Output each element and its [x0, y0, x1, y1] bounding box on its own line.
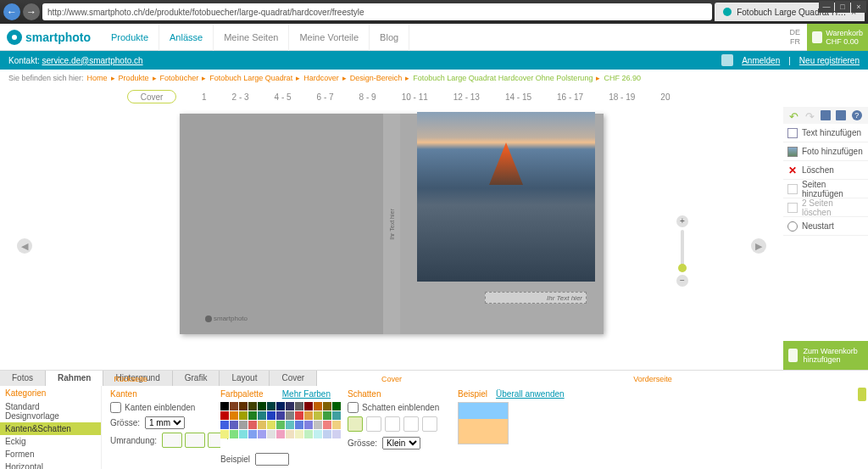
- color-swatch[interactable]: [220, 411, 229, 420]
- zoom-out-button[interactable]: −: [676, 275, 688, 287]
- restart-button[interactable]: Neustart: [783, 217, 868, 236]
- crumb-fotobuecher[interactable]: Fotobücher: [160, 74, 199, 82]
- color-swatch[interactable]: [258, 421, 266, 429]
- color-swatch[interactable]: [276, 411, 285, 420]
- color-swatch[interactable]: [295, 411, 303, 420]
- nav-meine-vorteile[interactable]: Meine Vorteile: [289, 24, 370, 51]
- color-swatch[interactable]: [230, 411, 238, 420]
- page-20[interactable]: 20: [660, 92, 670, 102]
- delete-pages-button[interactable]: 2 Seiten löschen: [783, 198, 868, 217]
- contact-email-link[interactable]: service.de@smartphoto.ch: [42, 56, 142, 65]
- crumb-produkte[interactable]: Produkte: [119, 74, 149, 82]
- cat-horizontal[interactable]: Horizontal: [0, 461, 101, 469]
- color-swatch[interactable]: [248, 421, 257, 429]
- color-swatch[interactable]: [286, 430, 294, 438]
- color-swatch[interactable]: [276, 430, 285, 438]
- page-18-19[interactable]: 18 - 19: [609, 92, 635, 102]
- zoom-in-button[interactable]: +: [676, 215, 688, 227]
- page-2-3[interactable]: 2 - 3: [232, 92, 249, 102]
- color-swatch[interactable]: [314, 402, 322, 410]
- color-swatch[interactable]: [220, 421, 229, 429]
- color-swatch[interactable]: [248, 411, 257, 420]
- crumb-home[interactable]: Home: [87, 74, 108, 82]
- forward-button[interactable]: →: [23, 3, 40, 20]
- color-swatch[interactable]: [230, 430, 238, 438]
- edges-show-checkbox[interactable]: Kanten einblenden: [110, 402, 203, 413]
- add-to-cart-button[interactable]: Zum Warenkorb hinzufügen: [783, 341, 868, 370]
- zoom-slider[interactable]: + −: [676, 215, 688, 292]
- add-pages-button[interactable]: Seiten hinzufügen: [783, 180, 868, 198]
- page-14-15[interactable]: 14 - 15: [505, 92, 531, 102]
- color-swatch[interactable]: [323, 421, 331, 429]
- color-swatch[interactable]: [239, 421, 248, 429]
- more-colors-link[interactable]: Mehr Farben: [282, 389, 331, 402]
- brand-logo[interactable]: smartphoto: [7, 30, 91, 45]
- color-swatch[interactable]: [304, 411, 313, 420]
- register-link[interactable]: Neu registrieren: [799, 56, 860, 65]
- next-page-button[interactable]: ▶: [751, 238, 766, 254]
- color-swatch[interactable]: [314, 421, 322, 429]
- add-photo-button[interactable]: Foto hinzufügen: [783, 142, 868, 161]
- page-cover[interactable]: Cover: [127, 90, 176, 103]
- back-button[interactable]: ←: [3, 3, 20, 20]
- cat-eckig[interactable]: Eckig: [0, 435, 101, 448]
- login-link[interactable]: Anmelden: [742, 56, 780, 65]
- page-1[interactable]: 1: [202, 92, 207, 102]
- redo-icon[interactable]: ↷: [805, 110, 815, 120]
- apply-all-link[interactable]: Überall anwenden: [496, 389, 565, 402]
- url-bar[interactable]: http://www.smartphoto.ch/de/produkte/fot…: [42, 3, 712, 20]
- page-16-17[interactable]: 16 - 17: [557, 92, 583, 102]
- color-swatch[interactable]: [267, 402, 275, 410]
- prev-page-button[interactable]: ◀: [17, 238, 32, 254]
- undo-icon[interactable]: ↶: [789, 110, 799, 120]
- color-swatch[interactable]: [286, 421, 294, 429]
- nav-anlaesse[interactable]: Anlässe: [159, 24, 214, 51]
- book-spine[interactable]: Ihr Text hier: [383, 114, 400, 334]
- page-6-7[interactable]: 6 - 7: [317, 92, 334, 102]
- color-swatch[interactable]: [286, 402, 294, 410]
- shadow-size-select[interactable]: Klein: [382, 437, 420, 449]
- add-text-button[interactable]: Text hinzufügen: [783, 124, 868, 142]
- page-12-13[interactable]: 12 - 13: [453, 92, 480, 102]
- color-swatch[interactable]: [276, 402, 285, 410]
- color-swatch[interactable]: [267, 411, 275, 420]
- cover-photo[interactable]: [417, 112, 595, 282]
- color-swatch[interactable]: [258, 411, 266, 420]
- nav-blog[interactable]: Blog: [370, 24, 409, 51]
- panel-collapse-handle[interactable]: [858, 388, 866, 401]
- color-swatch[interactable]: [220, 402, 229, 410]
- book-preview[interactable]: Ihr Text hier Ihr Text hier smartphoto: [180, 114, 604, 334]
- color-swatch[interactable]: [258, 402, 266, 410]
- color-swatch[interactable]: [295, 430, 303, 438]
- page-4-5[interactable]: 4 - 5: [275, 92, 292, 102]
- color-swatch[interactable]: [220, 439, 229, 448]
- color-swatch[interactable]: [248, 430, 257, 438]
- page-10-11[interactable]: 10 - 11: [402, 92, 428, 102]
- color-swatch[interactable]: [220, 430, 229, 438]
- color-swatch[interactable]: [286, 411, 294, 420]
- cat-standard[interactable]: Standard Designvorlage: [0, 400, 101, 422]
- color-swatch[interactable]: [230, 421, 238, 429]
- zoom-thumb[interactable]: [678, 264, 687, 272]
- color-swatch[interactable]: [239, 411, 248, 420]
- color-swatch[interactable]: [304, 430, 313, 438]
- palette-example-input[interactable]: [255, 453, 289, 466]
- shadow-show-checkbox[interactable]: Schatten einblenden: [348, 402, 441, 413]
- save-as-icon[interactable]: [836, 110, 846, 120]
- page-8-9[interactable]: 8 - 9: [359, 92, 376, 102]
- color-swatch[interactable]: [304, 421, 313, 429]
- zoom-track[interactable]: [681, 230, 684, 272]
- color-swatch[interactable]: [276, 421, 285, 429]
- language-switch[interactable]: DEFR: [789, 28, 800, 47]
- nav-meine-seiten[interactable]: Meine Seiten: [214, 24, 289, 51]
- color-swatch[interactable]: [314, 411, 322, 420]
- minimize-button[interactable]: —: [819, 1, 834, 13]
- help-icon[interactable]: ?: [852, 110, 862, 120]
- edges-size-select[interactable]: 1 mm: [145, 416, 185, 429]
- cat-kanten-schatten[interactable]: Kanten&Schatten: [0, 422, 101, 435]
- color-swatch[interactable]: [295, 402, 303, 410]
- cart-button[interactable]: WarenkorbCHF 0.00: [807, 24, 868, 51]
- color-swatch[interactable]: [323, 402, 331, 410]
- color-swatch[interactable]: [239, 402, 248, 410]
- color-swatch[interactable]: [267, 421, 275, 429]
